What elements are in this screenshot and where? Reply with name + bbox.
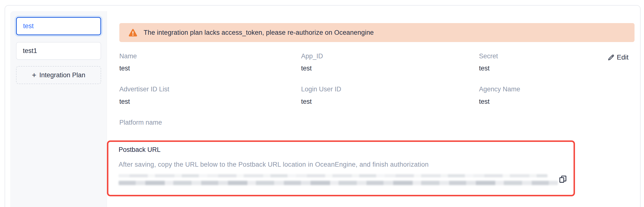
sidebar-item-plan-test1[interactable]: test1	[16, 42, 101, 60]
sidebar-item-plan-test[interactable]: test	[16, 17, 101, 35]
field-value-secret: test	[479, 65, 490, 72]
postback-url-redacted-line-2	[118, 181, 558, 185]
field-value-login-user-id: test	[301, 98, 312, 106]
plan-label: test	[23, 22, 34, 30]
field-value-agency-name: test	[479, 98, 490, 106]
copy-icon	[559, 175, 567, 184]
field-label-secret: Secret	[479, 52, 498, 60]
warning-triangle-icon	[128, 29, 137, 37]
field-label-agency-name: Agency Name	[479, 86, 520, 93]
edit-button[interactable]: Edit	[607, 54, 628, 61]
add-plan-label: Integration Plan	[39, 72, 85, 79]
field-label-name: Name	[119, 52, 137, 60]
pencil-icon	[607, 54, 615, 61]
postback-url-section	[107, 140, 575, 196]
postback-url-title: Postback URL	[118, 146, 161, 154]
plus-icon: +	[32, 71, 36, 79]
field-label-app-id: App_ID	[301, 52, 323, 60]
field-label-platform-name: Platform name	[119, 119, 162, 126]
integration-plan-panel: test test1 + Integration Plan The integr…	[4, 5, 640, 207]
warning-banner-text: The integration plan lacks access_token,…	[144, 29, 374, 36]
field-label-advertiser-ids: Advertiser ID List	[119, 86, 170, 93]
field-label-login-user-id: Login User ID	[301, 86, 341, 93]
edit-button-label: Edit	[617, 54, 628, 61]
field-value-name: test	[119, 65, 130, 72]
postback-url-description: After saving, copy the URL below to the …	[118, 161, 429, 168]
postback-url-redacted-line-1	[118, 174, 548, 177]
plan-sidebar: test test1 + Integration Plan	[10, 11, 107, 207]
warning-banner: The integration plan lacks access_token,…	[119, 23, 634, 42]
field-value-advertiser-ids: test	[119, 98, 130, 106]
copy-url-button[interactable]	[559, 175, 567, 184]
add-integration-plan-button[interactable]: + Integration Plan	[16, 66, 101, 84]
plan-label: test1	[23, 47, 37, 55]
field-value-app-id: test	[301, 65, 312, 72]
